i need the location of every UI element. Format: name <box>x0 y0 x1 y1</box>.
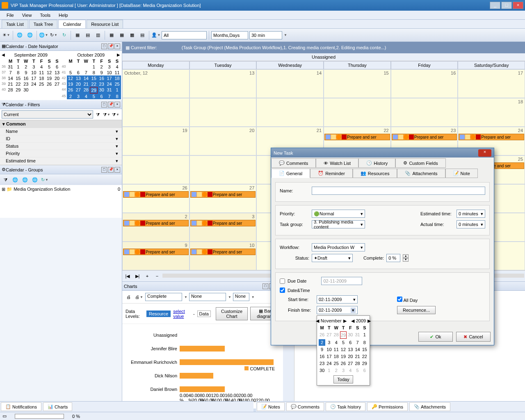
dp-day[interactable]: 29 <box>361 360 368 367</box>
level-select[interactable]: select value <box>173 309 191 319</box>
dp-day[interactable]: 30 <box>347 331 354 339</box>
calendar-cell[interactable] <box>189 98 257 127</box>
panel-max-icon[interactable]: □ <box>101 167 107 173</box>
tree-expand-icon[interactable]: ⊞ <box>2 187 5 192</box>
scale-combo[interactable]: Months,Days <box>211 31 248 39</box>
dp-day[interactable]: 4 <box>347 367 354 374</box>
tool-refresh-icon[interactable]: ↻▼ <box>49 31 58 40</box>
calendar-event[interactable]: Prepare and ser <box>459 134 524 140</box>
filter-row[interactable]: Priority▾ <box>0 150 122 158</box>
panel-max-icon[interactable]: □ <box>262 283 268 289</box>
tool-cal1-icon[interactable]: ▦ <box>107 31 116 40</box>
taskgroup-select[interactable]: 3. Publishing media content ▾ <box>312 220 365 228</box>
tool-globe2-icon[interactable]: 🌐 <box>25 31 34 40</box>
minical-day[interactable]: 11 <box>113 70 121 75</box>
dialog-close-button[interactable]: × <box>478 149 491 157</box>
filter-current-select[interactable]: Current <box>2 110 93 119</box>
minical-day[interactable]: 15 <box>90 75 98 81</box>
calendar-event[interactable]: Prepare and ser <box>190 249 256 255</box>
calendar-cell[interactable]: 19 <box>122 127 189 155</box>
minical-day[interactable]: 20 <box>74 81 82 87</box>
minical-day[interactable]: 13 <box>74 75 82 81</box>
dp-day[interactable]: 16 <box>319 353 325 360</box>
actual-select[interactable]: 0 minutes ▾ <box>457 220 485 228</box>
status-select[interactable]: ✦ Draft ▾ <box>312 254 353 262</box>
minical-day[interactable]: 6 <box>53 64 61 70</box>
minical-day[interactable]: 22 <box>90 81 98 87</box>
dp-day[interactable]: 15 <box>361 346 368 353</box>
minical-day[interactable]: 1 <box>113 87 121 94</box>
minical-day[interactable]: 3 <box>30 64 38 70</box>
minical-day[interactable]: 27 <box>53 81 61 87</box>
panel-pin-icon[interactable]: 📌 <box>108 167 114 173</box>
tool-globe1-icon[interactable]: 🌐 <box>15 31 24 40</box>
start-field[interactable]: 02-11-2009▾ <box>317 295 358 304</box>
tool-cal2-icon[interactable]: ▦ <box>117 31 126 40</box>
filter-row[interactable]: Estimated time▾ <box>0 158 122 165</box>
calendar-cell[interactable]: 18 <box>458 98 525 127</box>
calendar-cell[interactable]: 27Prepare and ser <box>189 184 257 213</box>
calendar-cell[interactable]: 3Prepare and ser <box>189 213 257 242</box>
minical-day[interactable]: 14 <box>7 75 14 81</box>
tool-grid1-icon[interactable]: ▦ <box>73 31 82 40</box>
dp-day[interactable]: 9 <box>319 346 325 353</box>
name-field[interactable] <box>312 187 485 195</box>
print2-icon[interactable]: 🖨▼ <box>135 292 144 301</box>
panel-pin-icon[interactable]: 📌 <box>108 102 114 107</box>
est-select[interactable]: 0 minutes ▾ <box>457 210 485 218</box>
minical-day[interactable]: 12 <box>46 70 53 75</box>
minical-day[interactable]: 25 <box>113 81 121 87</box>
calendar-cell[interactable]: 10Prepare and ser <box>189 242 257 270</box>
level-resource[interactable]: Resource <box>146 310 171 317</box>
filter-tool2-icon[interactable]: ⧩▼ <box>102 110 111 119</box>
minical-day[interactable]: 4 <box>113 64 121 70</box>
calendar-cell[interactable]: 13 <box>189 69 257 98</box>
group-btn1-icon[interactable]: ⧩ <box>1 175 10 184</box>
dtab-custom[interactable]: ⚙ Custom Fields <box>395 158 445 168</box>
dp-day[interactable]: 5 <box>340 339 347 346</box>
calendar-cell[interactable]: 15 <box>324 69 391 98</box>
minical-day[interactable]: 12 <box>67 75 75 81</box>
minical-day[interactable]: 28 <box>7 87 14 93</box>
calendar-cell[interactable]: 2Prepare and ser <box>122 213 189 242</box>
btab-notifications[interactable]: 📋 Notifications <box>1 402 41 411</box>
minical-day[interactable]: 5 <box>67 70 75 75</box>
tool-cal3-icon[interactable]: ▩ <box>128 31 137 40</box>
dp-day[interactable]: 19 <box>340 353 347 360</box>
minical-day[interactable]: 16 <box>98 75 105 81</box>
minical-day[interactable] <box>82 64 90 70</box>
minical-day[interactable]: 21 <box>7 81 14 87</box>
btab-attachments[interactable]: 📎 Attachments <box>409 402 450 411</box>
recurrence-button[interactable]: Recurrence... <box>397 306 436 314</box>
minical-day[interactable]: 22 <box>14 81 22 87</box>
minical-day[interactable] <box>30 87 38 93</box>
minical-day[interactable]: 7 <box>7 70 14 75</box>
dp-day[interactable]: 7 <box>354 339 361 346</box>
dp-day[interactable]: 3 <box>340 367 347 374</box>
minical-day[interactable]: 31 <box>7 64 14 70</box>
minical-day[interactable]: 13 <box>53 70 61 75</box>
minical-day[interactable]: 18 <box>38 75 46 81</box>
minical-day[interactable]: 8 <box>113 94 121 99</box>
calendar-cell[interactable]: 14 <box>256 69 324 98</box>
tool-cal4-icon[interactable]: ▤ <box>138 31 147 40</box>
tool-person-icon[interactable]: 👤▼ <box>151 31 160 40</box>
minical-day[interactable]: 2 <box>67 94 75 99</box>
minical-day[interactable]: 20 <box>53 75 61 81</box>
minical-day[interactable]: 9 <box>98 70 105 75</box>
minical-day[interactable]: 10 <box>105 70 113 75</box>
dp-day[interactable]: 28 <box>333 331 340 339</box>
workflow-select[interactable]: Media Production W ▾ <box>312 243 365 251</box>
minical-day[interactable]: 7 <box>82 70 90 75</box>
minical-day[interactable]: 26 <box>46 81 53 87</box>
calendar-event[interactable]: Prepare and ser <box>190 220 256 226</box>
minical-day[interactable] <box>53 87 61 93</box>
menu-view[interactable]: View <box>18 12 36 18</box>
dp-next-month-icon[interactable]: ▶ <box>343 318 347 324</box>
panel-close-icon[interactable]: × <box>114 43 120 49</box>
calendar-event[interactable]: Prepare and ser <box>123 191 189 198</box>
minical-day[interactable]: 8 <box>14 70 22 75</box>
filter-tool3-icon[interactable]: ⧩▼ <box>111 110 120 119</box>
calendar-event[interactable]: Prepare and ser <box>324 134 390 140</box>
calendar-cell[interactable]: 16 <box>391 69 458 98</box>
